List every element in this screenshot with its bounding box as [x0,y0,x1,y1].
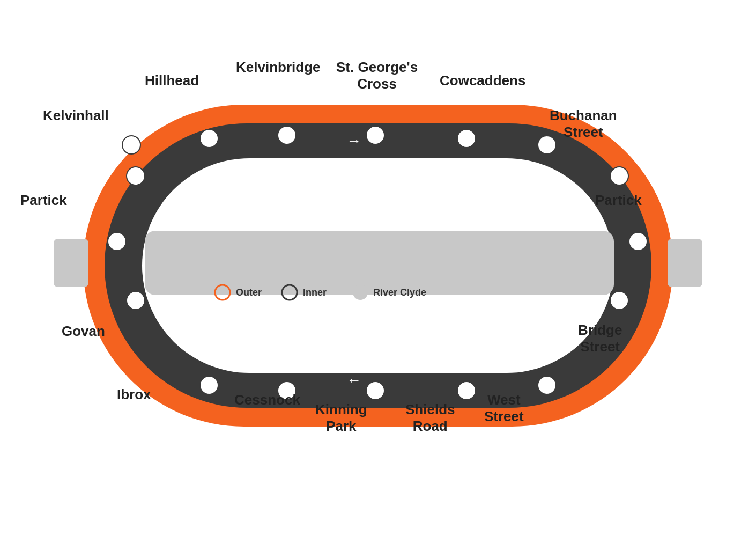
station-label-bridge-street: BridgeStreet [578,322,622,355]
svg-text:→: → [346,133,361,149]
svg-point-10 [122,136,140,154]
station-label-st-enoch: Partick [595,192,642,209]
station-label-kelvinbridge: Kelvinbridge [236,59,320,76]
svg-point-14 [457,129,476,148]
station-label-hillhead: Hillhead [145,72,199,89]
station-label-kelvinhall: Kelvinhall [43,107,109,124]
svg-rect-5 [668,239,702,287]
svg-text:←: ← [346,372,361,388]
svg-text:→: → [346,345,361,362]
svg-point-16 [610,167,628,185]
svg-text:River Clyde: River Clyde [373,287,426,298]
svg-point-20 [457,381,476,400]
station-label-shields-road: ShieldsRoad [405,401,455,435]
svg-point-13 [366,126,384,144]
station-label-kinning-park: KinningPark [315,401,367,435]
svg-point-17 [629,232,647,251]
svg-point-24 [127,291,145,310]
station-label-west-street: WestStreet [484,392,524,425]
svg-point-18 [610,291,628,310]
svg-point-21 [366,381,384,400]
station-label-buchanan-street: BuchananStreet [550,107,617,141]
svg-point-25 [108,232,126,251]
svg-point-19 [538,376,556,394]
station-label-st-georges-cross: St. George'sCross [336,59,418,92]
station-label-ibrox: Ibrox [117,386,151,403]
svg-text:Inner: Inner [303,287,327,298]
station-label-cowcaddens: Cowcaddens [440,72,525,89]
svg-point-12 [278,126,296,144]
svg-point-31 [353,285,368,300]
station-label-partick: Partick [20,192,67,209]
svg-point-11 [200,129,218,148]
subway-map: → ← → ← [0,0,756,543]
svg-rect-4 [54,239,88,287]
svg-point-26 [127,167,145,185]
svg-rect-3 [145,231,614,295]
svg-point-23 [200,376,218,394]
svg-text:←: ← [346,159,361,176]
station-label-cessnock: Cessnock [234,392,300,408]
station-label-govan: Govan [62,323,105,340]
svg-text:Outer: Outer [236,287,262,298]
